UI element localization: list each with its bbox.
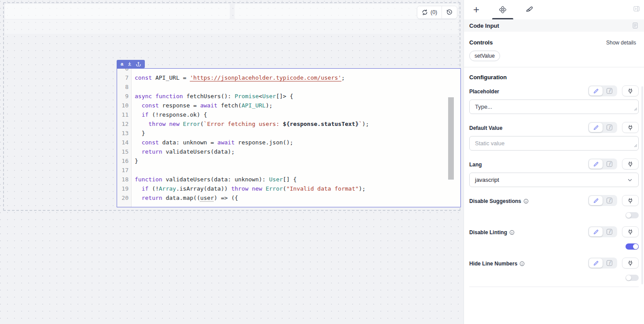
code-line[interactable]: async function fetchUsers(): Promise<Use… <box>135 92 460 101</box>
field-disable-suggestions-edit-mode-button[interactable] <box>589 196 603 205</box>
field-disable-suggestions-fx-mode-button[interactable]: f <box>603 196 616 205</box>
canvas[interactable]: (0) a 67891011121314151617181920 <box>0 0 464 324</box>
field-lang-label: Lang <box>469 162 482 169</box>
field-default-value-actions: f <box>588 122 639 133</box>
app-window: (0) a 67891011121314151617181920 <box>0 0 644 324</box>
field-hide-line-numbers-label: Hide Line Numbers <box>469 261 525 269</box>
field-disable-linting-fx-mode-button[interactable]: f <box>603 227 616 236</box>
code-line[interactable]: const data: unknown = await response.jso… <box>135 138 460 147</box>
field-lang: Langfjavascript <box>469 158 639 187</box>
field-placeholder-input[interactable]: Type... <box>469 99 639 114</box>
canvas-action-bar: (0) <box>417 6 457 19</box>
widget-name-label: a <box>121 62 123 66</box>
field-hide-line-numbers-toggle[interactable] <box>626 275 639 281</box>
code-line[interactable] <box>135 69 460 73</box>
field-lang-select[interactable]: javascript <box>469 173 639 187</box>
code-line[interactable]: if (!response.ok) { <box>135 110 460 119</box>
brush-icon <box>526 6 533 13</box>
pencil-icon <box>593 229 599 235</box>
widget-name-tag[interactable]: a <box>117 60 145 68</box>
line-number: 10 <box>117 101 132 110</box>
show-details-link[interactable]: Show details <box>606 40 636 46</box>
field-lang-edit-mode-button[interactable] <box>589 159 603 169</box>
panel-tabs: + <box>464 0 644 19</box>
field-hide-line-numbers-bind-button[interactable] <box>622 258 639 269</box>
tab-styles[interactable] <box>517 0 541 19</box>
field-default-value-bind-button[interactable] <box>622 122 639 133</box>
configuration-section: Configuration PlaceholderfType...Default… <box>464 67 644 287</box>
configuration-title: Configuration <box>469 74 507 81</box>
fx-icon: f <box>607 198 612 203</box>
line-number: 14 <box>117 138 132 147</box>
code-line[interactable]: throw new Error(`Error fetching users: $… <box>135 119 460 129</box>
field-placeholder-fx-mode-button[interactable]: f <box>603 86 616 96</box>
fx-icon: f <box>607 88 612 94</box>
code-input-widget[interactable]: 67891011121314151617181920 const API_URL… <box>117 68 461 207</box>
anchor-icon[interactable] <box>136 62 141 66</box>
field-lang-bind-button[interactable] <box>622 158 639 169</box>
field-placeholder-label: Placeholder <box>469 88 499 96</box>
code-line[interactable]: const API_URL = 'https://jsonplaceholder… <box>135 73 460 82</box>
history-button[interactable] <box>442 6 457 18</box>
pencil-icon <box>593 162 599 167</box>
line-number: 16 <box>117 156 132 166</box>
line-number: 17 <box>117 166 132 175</box>
line-number: 19 <box>117 184 132 193</box>
resize-grip-icon[interactable] <box>634 141 637 149</box>
line-number: 8 <box>117 82 132 92</box>
field-placeholder-mode-switch: f <box>588 85 617 96</box>
field-disable-suggestions-actions: f <box>588 195 639 206</box>
line-number: 18 <box>117 175 132 184</box>
editor-scrollbar[interactable] <box>448 97 454 180</box>
line-number: 11 <box>117 110 132 119</box>
line-number: 6 <box>117 69 132 73</box>
code-line[interactable]: const response = await fetch(API_URL); <box>135 101 460 110</box>
code-line[interactable]: function validateUsers(data: unknown): U… <box>135 175 460 184</box>
field-hide-line-numbers-edit-mode-button[interactable] <box>589 258 603 268</box>
field-default-value-fx-mode-button[interactable]: f <box>603 123 616 132</box>
widget-type-title: Code Input <box>469 22 499 29</box>
field-disable-suggestions-mode-switch: f <box>588 195 617 206</box>
code-editor[interactable]: 67891011121314151617181920 const API_URL… <box>117 69 460 207</box>
line-number: 15 <box>117 147 132 156</box>
line-number: 7 <box>117 73 132 82</box>
field-disable-linting-edit-mode-button[interactable] <box>589 227 603 236</box>
tab-add-widgets[interactable]: + <box>464 0 489 19</box>
document-icon[interactable] <box>632 22 639 29</box>
info-icon <box>509 230 515 235</box>
method-chip-setValue[interactable]: setValue <box>469 51 500 61</box>
panel-collapse-icon <box>633 5 640 12</box>
field-default-value-input[interactable]: Static value <box>469 136 639 151</box>
tab-properties[interactable] <box>490 0 515 19</box>
panel-scrollbar[interactable] <box>641 86 643 284</box>
resize-grip-icon[interactable] <box>634 105 637 113</box>
code-line[interactable]: } <box>135 129 460 138</box>
field-disable-linting-bind-button[interactable] <box>622 226 639 237</box>
field-lang-fx-mode-button[interactable]: f <box>603 159 616 169</box>
line-number: 20 <box>117 193 132 202</box>
code-line[interactable]: } <box>135 156 460 166</box>
plug-icon <box>627 260 633 266</box>
field-disable-suggestions-toggle[interactable] <box>626 212 639 218</box>
field-disable-linting-toggle[interactable] <box>626 243 639 250</box>
info-icon <box>523 199 529 204</box>
field-placeholder-edit-mode-button[interactable] <box>589 86 603 96</box>
code-line[interactable]: if (!Array.isArray(data)) throw new Erro… <box>135 184 460 193</box>
field-default-value-label: Default Value <box>469 125 502 133</box>
field-disable-suggestions-bind-button[interactable] <box>622 195 639 206</box>
code-line[interactable]: return validateUsers(data); <box>135 147 460 156</box>
field-placeholder-bind-button[interactable] <box>622 85 639 96</box>
field-hide-line-numbers: Hide Line Numbersf <box>469 258 639 281</box>
move-down-to-line-icon[interactable] <box>127 62 132 66</box>
collapse-panel-button[interactable] <box>633 5 640 14</box>
resize-grip-icon <box>634 107 637 111</box>
refresh-count: (0) <box>431 9 437 15</box>
refresh-icon <box>422 9 428 15</box>
field-default-value-edit-mode-button[interactable] <box>589 123 603 132</box>
code-line[interactable]: return data.map((user) => ({ <box>135 193 460 202</box>
refresh-button[interactable]: (0) <box>417 6 442 18</box>
field-hide-line-numbers-fx-mode-button[interactable]: f <box>603 258 616 268</box>
code-line[interactable] <box>135 166 460 175</box>
field-lang-mode-switch: f <box>588 158 617 169</box>
code-line[interactable] <box>135 82 460 92</box>
